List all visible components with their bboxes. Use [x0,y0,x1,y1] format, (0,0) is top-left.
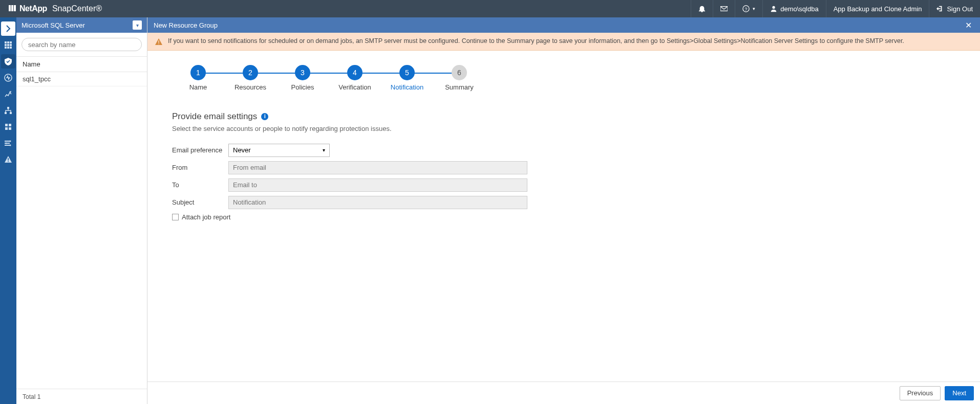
nav-settings[interactable] [1,136,15,150]
step-notification[interactable]: 5 Notification [381,65,433,91]
mail-icon [720,5,728,12]
svg-rect-0 [9,5,11,11]
input-from[interactable] [228,161,527,174]
svg-rect-18 [10,112,12,114]
next-button[interactable]: Next [945,386,974,400]
nav-hosts[interactable] [1,103,15,118]
nav-alerts[interactable] [1,152,15,167]
sidebar-dropdown-button[interactable]: ▾ [133,20,142,30]
svg-rect-9 [5,44,7,46]
checkbox-attach[interactable] [172,214,179,220]
signout-icon [936,5,944,12]
row-attach: Attach job report [172,213,955,221]
step-number: 3 [295,65,310,80]
role-button[interactable]: App Backup and Clone Admin [826,0,929,17]
label-subject: Subject [172,198,228,206]
step-summary[interactable]: 6 Summary [433,65,485,91]
step-number: 1 [190,65,206,80]
notice-text: If you want to send notifications for sc… [168,37,904,44]
step-label: Notification [391,83,423,91]
svg-point-5 [773,6,775,9]
wizard-steps: 1 Name 2 Resources 3 Policies 4 [147,51,980,91]
notifications-button[interactable] [691,0,713,17]
wizard-footer: Previous Next [147,381,980,404]
sidebar-footer: Total 1 [16,389,147,404]
nav-resources[interactable] [1,54,15,69]
step-label: Policies [291,83,314,91]
svg-rect-6 [5,41,7,43]
role-label: App Backup and Clone Admin [834,5,922,13]
svg-text:?: ? [745,7,748,12]
svg-rect-8 [10,41,12,43]
nav-dashboard[interactable] [1,38,15,52]
step-name[interactable]: 1 Name [172,65,224,91]
nav-reports[interactable] [1,87,15,101]
form-subheading: Select the service accounts or people to… [172,125,955,132]
label-attach: Attach job report [182,213,230,221]
nav-storage[interactable] [1,120,15,134]
step-number: 2 [243,65,258,80]
step-verification[interactable]: 4 Verification [329,65,381,91]
step-resources[interactable]: 2 Resources [224,65,276,91]
help-button[interactable]: ? ▾ [735,0,762,17]
bell-icon [698,5,706,12]
svg-point-23 [10,141,11,142]
step-label: Name [189,83,207,91]
main-panel: New Resource Group ✕ If you want to send… [147,17,980,404]
previous-button[interactable]: Previous [900,386,941,400]
chevron-down-icon: ▾ [136,23,139,28]
input-to[interactable] [228,178,527,192]
svg-rect-21 [5,127,8,130]
total-label: Total [23,393,35,400]
step-policies[interactable]: 3 Policies [276,65,329,91]
sidebar-title: Microsoft SQL Server [22,21,85,29]
svg-rect-27 [8,161,9,162]
help-icon: ? [742,5,750,12]
form-heading-row: Provide email settings i [172,111,955,122]
column-header-name[interactable]: Name [16,57,147,72]
list-item[interactable]: sql1_tpcc [16,72,147,86]
svg-rect-16 [7,107,9,109]
form-heading: Provide email settings [172,111,257,122]
svg-rect-7 [7,41,9,43]
user-button[interactable]: demo\sqldba [762,0,825,17]
select-value: Never [233,146,251,154]
brand-logo-icon [8,4,16,14]
label-email-pref: Email preference [172,146,228,154]
email-settings-form: Provide email settings i Select the serv… [147,91,980,221]
svg-rect-22 [9,127,11,130]
svg-rect-14 [10,47,12,49]
input-subject[interactable] [228,196,527,209]
user-label: demo\sqldba [780,5,818,13]
brand-company: NetApp [19,4,47,13]
signout-label: Sign Out [947,5,973,13]
select-email-pref[interactable]: Never ▾ [228,144,330,157]
svg-rect-13 [7,47,9,49]
messages-button[interactable] [713,0,735,17]
chevron-down-icon: ▾ [753,6,755,11]
step-number: 4 [347,65,363,80]
resource-sidebar: Microsoft SQL Server ▾ Name sql1_tpcc To… [16,17,147,404]
svg-point-24 [6,143,7,144]
nav-monitor[interactable] [1,71,15,85]
user-icon [770,5,777,12]
title-bar: New Resource Group ✕ [147,17,980,33]
chevron-down-icon: ▾ [323,147,325,153]
info-icon[interactable]: i [261,113,268,120]
step-label: Resources [235,83,266,91]
smtp-notice: If you want to send notifications for sc… [147,33,980,51]
nav-collapse-button[interactable] [1,21,15,36]
svg-point-25 [10,145,11,146]
sidebar-header: Microsoft SQL Server ▾ [16,17,147,33]
signout-button[interactable]: Sign Out [929,0,980,17]
close-button[interactable]: ✕ [963,20,974,30]
warning-icon [155,38,163,49]
resource-rows: sql1_tpcc [16,72,147,389]
svg-rect-11 [10,44,12,46]
row-to: To [172,178,955,192]
search-input[interactable] [22,38,142,51]
search-wrap [16,33,147,57]
svg-rect-17 [5,112,7,114]
row-subject: Subject [172,196,955,209]
svg-rect-12 [5,47,7,49]
